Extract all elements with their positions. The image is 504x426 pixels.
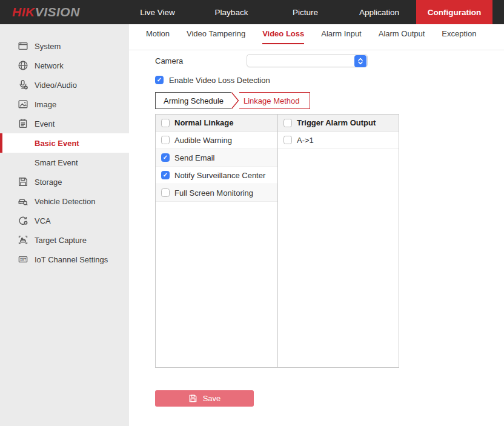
camera-select[interactable] — [247, 54, 368, 67]
sidebar-item-system[interactable]: System — [0, 36, 129, 56]
subtab-arming-schedule[interactable]: Arming Schedule — [155, 92, 231, 109]
sidebar-item-label: Network — [35, 61, 64, 70]
nav-item-application[interactable]: Application — [342, 0, 416, 24]
sidebar-item-smart-event[interactable]: Smart Event — [0, 153, 129, 172]
sidebar-item-label: Image — [35, 100, 56, 109]
row-label: Full Screen Monitoring — [174, 188, 253, 198]
row-checkbox[interactable] — [161, 136, 170, 144]
event-tabs: MotionVideo TamperingVideo LossAlarm Inp… — [129, 24, 504, 50]
row-label: Audible Warning — [174, 136, 232, 145]
save-icon — [188, 394, 197, 403]
linkage-column-normal-linkage: Normal Linkage Audible Warning Send Emai… — [156, 115, 277, 367]
iot-icon: IOT — [18, 254, 28, 265]
hikvision-logo: HIKVISION — [0, 0, 121, 24]
row-checkbox[interactable] — [284, 136, 292, 144]
sidebar-item-vehicle-detection[interactable]: Vehicle Detection — [0, 191, 129, 211]
tab-exception[interactable]: Exception — [442, 29, 476, 44]
column-header-checkbox[interactable] — [161, 119, 170, 127]
sidebar-item-label: System — [35, 42, 61, 51]
table-column-header: Trigger Alarm Output — [278, 115, 399, 131]
enable-video-loss-row: Enable Video Loss Detection — [155, 75, 504, 85]
row-checkbox[interactable] — [161, 171, 170, 179]
sidebar-item-label: Target Capture — [35, 236, 87, 245]
linkage-row-notify-surveillance-center: Notify Surveillance Center — [156, 167, 277, 184]
subtab-linkage-method[interactable]: Linkage Method — [239, 92, 310, 109]
app-shell: System Network Video/Audio Image Event B… — [0, 24, 504, 426]
main-panel: MotionVideo TamperingVideo LossAlarm Inp… — [129, 24, 504, 426]
nav-item-picture[interactable]: Picture — [268, 0, 342, 24]
nav-item-configuration[interactable]: Configuration — [416, 0, 492, 24]
logo-hik: HIK — [12, 5, 35, 19]
column-header-label: Trigger Alarm Output — [297, 118, 376, 127]
top-nav: HIKVISION Live ViewPlaybackPictureApplic… — [0, 0, 504, 24]
column-header-label: Normal Linkage — [174, 118, 234, 127]
network-icon — [18, 60, 28, 71]
enable-video-loss-label: Enable Video Loss Detection — [169, 76, 270, 85]
sidebar-item-vca[interactable]: VCA — [0, 211, 129, 230]
svg-text:IOT: IOT — [20, 258, 27, 261]
sidebar-item-label: VCA — [35, 216, 51, 225]
subtab-linkage-method-label: Linkage Method — [244, 96, 300, 105]
sidebar-item-iot-channel-settings[interactable]: IOT IoT Channel Settings — [0, 250, 129, 269]
subtab-arming-schedule-label: Arming Schedule — [164, 96, 224, 105]
vca-icon — [18, 215, 28, 226]
column-header-checkbox[interactable] — [284, 119, 292, 127]
sidebar-item-video-audio[interactable]: Video/Audio — [0, 75, 129, 95]
top-nav-items: Live ViewPlaybackPictureApplicationConfi… — [121, 0, 492, 24]
video-audio-icon — [18, 79, 28, 90]
subtabs: Arming Schedule Linkage Method — [155, 92, 504, 109]
sidebar-item-label: Storage — [35, 178, 62, 187]
tab-alarm-input[interactable]: Alarm Input — [321, 29, 361, 44]
storage-icon — [18, 176, 28, 187]
sidebar-item-image[interactable]: Image — [0, 95, 129, 114]
nav-item-playback[interactable]: Playback — [194, 0, 268, 24]
sidebar-item-label: Event — [35, 119, 55, 128]
table-column-header: Normal Linkage — [156, 115, 277, 131]
enable-video-loss-checkbox[interactable] — [155, 76, 164, 84]
save-button-label: Save — [203, 394, 221, 403]
camera-row: Camera — [155, 54, 504, 67]
row-label: Send Email — [174, 153, 214, 162]
sidebar-item-label: IoT Channel Settings — [35, 255, 108, 264]
subtab-chevron-icon — [231, 92, 239, 109]
sidebar-item-event[interactable]: Event — [0, 114, 129, 133]
camera-label: Camera — [155, 56, 247, 65]
sidebar-item-label: Smart Event — [35, 158, 78, 167]
save-button[interactable]: Save — [155, 390, 254, 407]
linkage-row-full-screen-monitoring: Full Screen Monitoring — [156, 184, 277, 202]
sidebar-item-basic-event[interactable]: Basic Event — [0, 133, 129, 153]
tab-alarm-output[interactable]: Alarm Output — [379, 29, 425, 44]
row-label: A->1 — [297, 136, 314, 145]
linkage-column-trigger-alarm-output: Trigger Alarm Output A->1 — [277, 115, 399, 367]
target-capture-icon — [18, 235, 28, 245]
logo-vision: VISION — [35, 5, 80, 19]
image-icon — [18, 99, 28, 110]
sidebar: System Network Video/Audio Image Event B… — [0, 24, 129, 426]
row-checkbox[interactable] — [161, 153, 170, 162]
linkage-row-a-1: A->1 — [278, 131, 399, 149]
sidebar-item-network[interactable]: Network — [0, 56, 129, 75]
content-body: Camera Enable Video Loss Detection Armin… — [129, 50, 504, 407]
vehicle-detection-icon — [18, 196, 28, 207]
nav-item-live-view[interactable]: Live View — [121, 0, 194, 24]
sidebar-item-target-capture[interactable]: Target Capture — [0, 230, 129, 250]
sidebar-item-label: Vehicle Detection — [35, 197, 95, 206]
sidebar-item-label: Video/Audio — [35, 81, 77, 90]
sidebar-item-label: Basic Event — [35, 139, 79, 148]
row-checkbox[interactable] — [161, 188, 170, 197]
tab-video-loss[interactable]: Video Loss — [262, 29, 304, 44]
linkage-row-send-email: Send Email — [156, 149, 277, 167]
row-label: Notify Surveillance Center — [174, 171, 265, 180]
linkage-table: Normal Linkage Audible Warning Send Emai… — [155, 114, 399, 368]
tab-motion[interactable]: Motion — [146, 29, 170, 44]
system-icon — [18, 41, 28, 52]
tab-video-tampering[interactable]: Video Tampering — [187, 29, 245, 44]
select-stepper-icon[interactable] — [354, 55, 366, 67]
sidebar-item-storage[interactable]: Storage — [0, 172, 129, 191]
event-icon — [18, 118, 28, 129]
linkage-row-audible-warning: Audible Warning — [156, 131, 277, 149]
